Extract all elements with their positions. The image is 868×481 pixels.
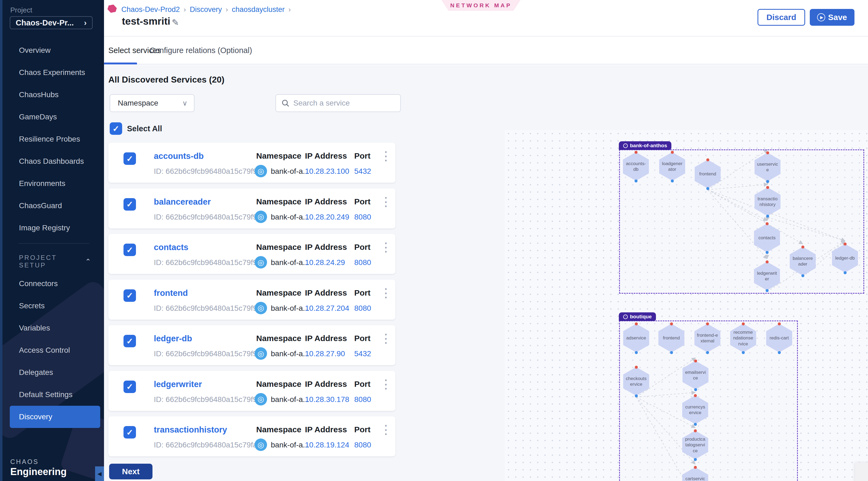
- sidebar-collapse-button[interactable]: ◀: [95, 467, 104, 481]
- service-row: ✓ contacts ID: 662b6c9fcb96480a15c79f9c …: [108, 234, 395, 274]
- sidebar-item-resilience-probes[interactable]: Resilience Probes: [0, 128, 104, 150]
- service-port[interactable]: 5432: [354, 349, 371, 358]
- service-checkbox[interactable]: ✓: [124, 152, 136, 165]
- inbound-port-dot: [671, 151, 674, 154]
- service-ip[interactable]: 10.28.30.178: [305, 395, 349, 404]
- inbound-port-dot: [694, 359, 697, 362]
- service-name-link[interactable]: contacts: [154, 243, 188, 252]
- service-id: ID: 662b6c9fcb96480a15c79f9e: [154, 349, 261, 358]
- service-row: ✓ ledgerwriter ID: 662b6c9fcb96480a15c79…: [108, 371, 395, 411]
- sidebar-item-overview[interactable]: Overview: [0, 39, 104, 61]
- service-name-link[interactable]: accounts-db: [154, 151, 204, 161]
- service-ip[interactable]: 10.28.24.29: [305, 258, 345, 267]
- network-map-canvas[interactable]: ·bank-of-anthosaccounts-dbloadgeneratorf…: [505, 130, 868, 481]
- breadcrumb-link[interactable]: chaosdaycluster: [232, 5, 285, 14]
- search-input[interactable]: [293, 99, 395, 107]
- sidebar-item-environments[interactable]: Environments: [0, 172, 104, 195]
- wizard-tabbar: Select services › Configure relations (O…: [104, 37, 868, 64]
- service-checkbox[interactable]: ✓: [124, 244, 136, 256]
- service-ip[interactable]: 10.28.27.204: [305, 304, 349, 313]
- column-header-namespace: Namespace: [256, 380, 302, 389]
- service-port[interactable]: 8080: [354, 213, 371, 221]
- kebab-menu-icon[interactable]: ⋮: [380, 241, 392, 253]
- kebab-menu-icon[interactable]: ⋮: [380, 195, 392, 208]
- kebab-menu-icon[interactable]: ⋮: [380, 378, 392, 390]
- sidebar-item-connectors[interactable]: Connectors: [0, 272, 104, 295]
- service-namespace: bank-of-a...: [271, 349, 309, 358]
- namespace-group-label-bank-of-anthos[interactable]: ·bank-of-anthos: [619, 141, 671, 150]
- service-ip[interactable]: 10.28.20.249: [305, 213, 349, 221]
- service-port[interactable]: 8080: [354, 258, 371, 267]
- namespace-group-label-boutique[interactable]: ·boutique: [619, 312, 656, 321]
- sidebar-item-discovery[interactable]: Discovery: [10, 406, 100, 428]
- sidebar-item-chaosguard[interactable]: ChaosGuard: [0, 195, 104, 217]
- service-checkbox[interactable]: ✓: [124, 289, 136, 302]
- service-checkbox[interactable]: ✓: [124, 381, 136, 393]
- select-all-checkbox[interactable]: ✓: [110, 122, 122, 135]
- service-node-label: redis-cart: [767, 335, 792, 341]
- project-selector[interactable]: Chaos-Dev-Pr... ›: [10, 16, 93, 29]
- namespace-filter-dropdown[interactable]: Namespace ∨: [110, 94, 194, 112]
- service-search: [275, 94, 401, 112]
- services-heading: All Discovered Services (20): [108, 75, 224, 85]
- service-name-link[interactable]: transactionhistory: [154, 425, 227, 435]
- sidebar-item-default-settings[interactable]: Default Settings: [0, 384, 104, 406]
- inbound-port-dot: [694, 394, 697, 397]
- kebab-menu-icon[interactable]: ⋮: [380, 287, 392, 299]
- sidebar-setup-nav: ConnectorsSecretsVariablesAccess Control…: [0, 272, 104, 428]
- sidebar-item-delegates[interactable]: Delegates: [0, 361, 104, 384]
- service-checkbox[interactable]: ✓: [124, 335, 136, 347]
- outbound-port-dot: [671, 180, 674, 183]
- service-ip[interactable]: 10.28.19.124: [305, 441, 349, 449]
- service-port[interactable]: 5432: [354, 167, 371, 176]
- namespace-icon: ◎: [255, 393, 267, 406]
- service-name-link[interactable]: frontend: [154, 288, 188, 298]
- breadcrumb-separator: ›: [288, 5, 291, 14]
- namespace-icon: ◎: [255, 302, 267, 314]
- service-node-label: frontend: [697, 171, 718, 177]
- next-button[interactable]: Next: [109, 464, 153, 479]
- inbound-port-dot: [778, 322, 781, 325]
- sidebar-item-gamedays[interactable]: GameDays: [0, 106, 104, 128]
- sidebar-item-secrets[interactable]: Secrets: [0, 295, 104, 317]
- sidebar-item-access-control[interactable]: Access Control: [0, 339, 104, 361]
- project-setup-header[interactable]: PROJECT SETUP ⌃: [19, 254, 95, 269]
- service-checkbox[interactable]: ✓: [124, 198, 136, 211]
- service-port[interactable]: 8080: [354, 395, 371, 404]
- kebab-menu-icon[interactable]: ⋮: [380, 332, 392, 345]
- outbound-port-dot: [742, 351, 745, 354]
- service-node-label: adservice: [624, 335, 649, 341]
- outbound-port-dot: [694, 458, 697, 461]
- service-ip[interactable]: 10.28.23.100: [305, 167, 349, 176]
- sidebar-item-variables[interactable]: Variables: [0, 317, 104, 339]
- service-row: ✓ transactionhistory ID: 662b6c9fcb96480…: [108, 416, 395, 456]
- service-namespace: bank-of-a...: [271, 258, 309, 267]
- kebab-menu-icon[interactable]: ⋮: [380, 423, 392, 436]
- sidebar-item-image-registry[interactable]: Image Registry: [0, 217, 104, 239]
- minimap[interactable]: [855, 462, 868, 481]
- main-content: All Discovered Services (20) Namespace ∨…: [104, 65, 868, 481]
- sidebar-item-chaoshubs[interactable]: ChaosHubs: [0, 84, 104, 106]
- service-checkbox[interactable]: ✓: [124, 426, 136, 439]
- inbound-port-dot: [766, 260, 769, 263]
- harness-chaos-logo-icon: [107, 3, 118, 14]
- service-port[interactable]: 8080: [354, 441, 371, 449]
- service-node-label: cartservice: [682, 476, 708, 481]
- divider: [19, 243, 89, 244]
- service-ip[interactable]: 10.28.27.90: [305, 349, 345, 358]
- breadcrumb-link[interactable]: Discovery: [190, 5, 222, 14]
- service-name-link[interactable]: ledgerwriter: [154, 380, 202, 389]
- service-name-link[interactable]: balancereader: [154, 197, 211, 207]
- breadcrumb-link[interactable]: Chaos-Dev-Prod2: [121, 5, 180, 14]
- sidebar-item-chaos-experiments[interactable]: Chaos Experiments: [0, 61, 104, 84]
- tab-configure-relations[interactable]: Configure relations (Optional): [150, 37, 252, 64]
- save-button[interactable]: ▶ Save: [810, 9, 855, 26]
- service-name-link[interactable]: ledger-db: [154, 334, 192, 344]
- inbound-port-dot: [694, 466, 697, 469]
- discard-button[interactable]: Discard: [757, 9, 805, 26]
- column-header-ip: IP Address: [305, 243, 347, 252]
- kebab-menu-icon[interactable]: ⋮: [380, 150, 392, 162]
- sidebar-item-chaos-dashboards[interactable]: Chaos Dashboards: [0, 150, 104, 172]
- edit-title-icon[interactable]: ✎: [172, 17, 179, 28]
- service-port[interactable]: 8080: [354, 304, 371, 313]
